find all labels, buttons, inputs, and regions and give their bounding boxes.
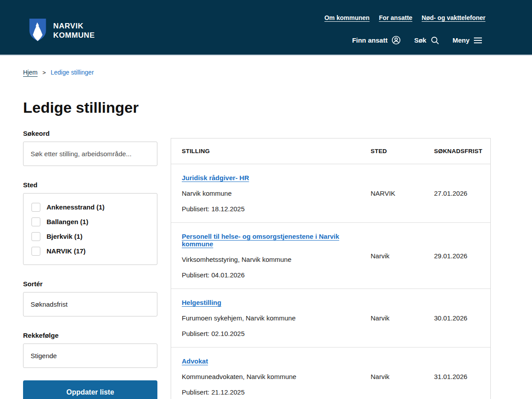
nav-link-om-kommunen[interactable]: Om kommunen <box>325 14 370 21</box>
keyword-label: Søkeord <box>23 130 157 137</box>
person-circle-icon <box>391 36 401 45</box>
checkbox-label: Ballangen (1) <box>47 218 88 225</box>
job-deadline: 30.01.2026 <box>434 314 480 322</box>
column-header-soknadsfrist: SØKNADSFRIST <box>434 148 482 154</box>
job-title-link[interactable]: Personell til helse- og omsorgstjenesten… <box>182 233 371 248</box>
nav-link-nod-og-vakttelefoner[interactable]: Nød- og vakttelefoner <box>422 14 485 21</box>
sort-label: Sortér <box>23 280 157 288</box>
job-location: Narvik <box>371 252 434 260</box>
sted-label: Sted <box>23 181 157 189</box>
search-button[interactable]: Søk <box>414 36 439 45</box>
sted-filter-option[interactable]: Ballangen (1) <box>23 214 157 229</box>
menu-button[interactable]: Meny <box>453 36 482 44</box>
sted-filter-option[interactable]: Bjerkvik (1) <box>23 229 157 244</box>
order-label: Rekkefølge <box>23 332 157 339</box>
checkbox[interactable] <box>31 217 40 226</box>
job-organization: Narvik kommune <box>182 190 371 197</box>
job-published-date: Publisert: 04.01.2026 <box>182 271 371 279</box>
job-title-link[interactable]: Advokat <box>182 357 208 365</box>
nav-link-for-ansatte[interactable]: For ansatte <box>379 14 412 21</box>
job-listing-table: STILLING STED SØKNADSFRIST Juridisk rådg… <box>171 138 491 399</box>
checkbox-label: NARVIK (17) <box>47 247 86 255</box>
find-employee-button[interactable]: Finn ansatt <box>352 36 401 45</box>
job-rows: Juridisk rådgiver- HR Narvik kommune Pub… <box>171 164 490 399</box>
job-row: Advokat Kommuneadvokaten, Narvik kommune… <box>171 348 490 399</box>
site-header: NARVIK KOMMUNE Om kommunen For ansatte N… <box>0 0 532 55</box>
column-header-sted: STED <box>371 148 434 154</box>
job-location: Narvik <box>371 373 434 380</box>
column-header-stilling: STILLING <box>182 148 371 154</box>
job-organization: Kommuneadvokaten, Narvik kommune <box>182 373 371 380</box>
header-top-nav: Om kommunen For ansatte Nød- og vakttele… <box>325 14 485 21</box>
job-published-date: Publisert: 18.12.2025 <box>182 205 371 213</box>
job-location: NARVIK <box>371 190 434 197</box>
job-deadline: 27.01.2026 <box>434 190 480 197</box>
sted-filter-option[interactable]: Ankenesstrand (1) <box>23 200 157 214</box>
job-title-link[interactable]: Helgestilling <box>182 299 221 306</box>
sted-checkbox-group: Ankenesstrand (1) Ballangen (1) Bjerkvik… <box>23 193 157 265</box>
filter-sidebar: Søkeord Sted Ankenesstrand (1) Ballangen… <box>23 130 157 399</box>
municipality-shield-icon <box>28 18 47 43</box>
job-organization: Furumoen sykehjem, Narvik kommune <box>182 314 371 322</box>
header-actions: Finn ansatt Søk Meny <box>352 36 482 45</box>
checkbox[interactable] <box>31 247 40 256</box>
job-deadline: 29.01.2026 <box>434 252 480 260</box>
checkbox[interactable] <box>31 232 40 241</box>
checkbox-label: Bjerkvik (1) <box>47 233 82 240</box>
order-select[interactable]: Stigende <box>23 344 157 368</box>
checkbox[interactable] <box>31 203 40 212</box>
search-icon <box>430 36 439 45</box>
logo-text: NARVIK KOMMUNE <box>53 21 95 40</box>
sort-select[interactable]: Søknadsfrist <box>23 292 157 316</box>
page-title: Ledige stillinger <box>23 99 532 116</box>
job-published-date: Publisert: 21.12.2025 <box>182 388 371 396</box>
main-content: Søkeord Sted Ankenesstrand (1) Ballangen… <box>0 116 532 399</box>
table-header-row: STILLING STED SØKNADSFRIST <box>171 138 490 164</box>
checkbox-label: Ankenesstrand (1) <box>47 203 105 211</box>
job-row: Juridisk rådgiver- HR Narvik kommune Pub… <box>171 164 490 223</box>
sted-filter-option[interactable]: NARVIK (17) <box>23 244 157 258</box>
hamburger-icon <box>473 37 482 44</box>
breadcrumb-home-link[interactable]: Hjem <box>23 69 38 76</box>
narvik-kommune-logo[interactable]: NARVIK KOMMUNE <box>28 18 95 43</box>
job-row: Personell til helse- og omsorgstjenesten… <box>171 223 490 289</box>
job-published-date: Publisert: 02.10.2025 <box>182 330 371 337</box>
keyword-search-input[interactable] <box>23 142 157 166</box>
job-title-link[interactable]: Juridisk rådgiver- HR <box>182 174 249 182</box>
breadcrumb-separator: > <box>43 69 46 76</box>
job-location: Narvik <box>371 314 434 322</box>
breadcrumb-current-link[interactable]: Ledige stillinger <box>51 69 94 76</box>
job-organization: Virksomhetsstyring, Narvik kommune <box>182 256 371 263</box>
job-row: Helgestilling Furumoen sykehjem, Narvik … <box>171 289 490 348</box>
update-list-button[interactable]: Oppdater liste <box>23 380 157 399</box>
breadcrumb: Hjem > Ledige stillinger <box>23 69 532 76</box>
job-deadline: 31.01.2026 <box>434 373 480 380</box>
